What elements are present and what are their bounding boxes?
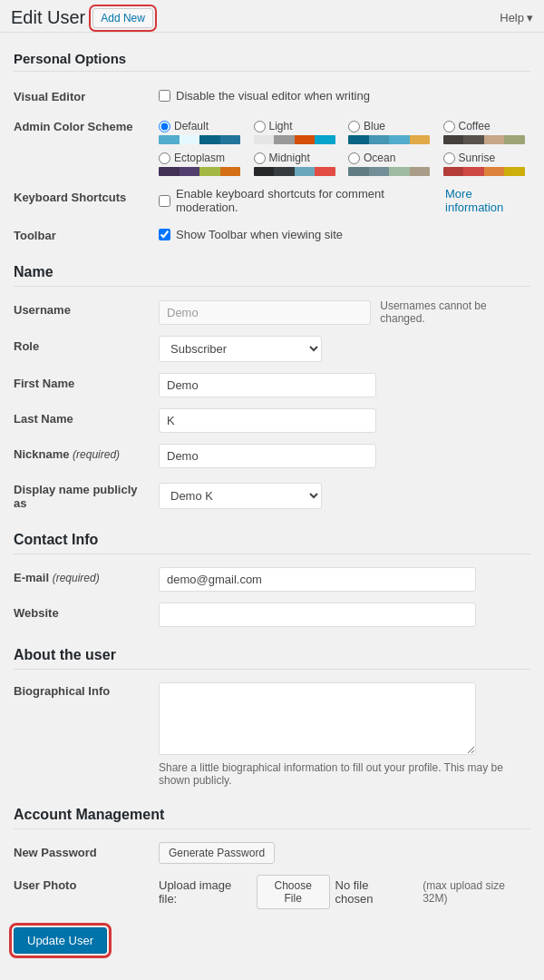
color-scheme-radio-sunrise[interactable] — [443, 152, 455, 164]
username-label: Username — [14, 294, 159, 330]
top-bar-left: Edit User Add New — [11, 7, 153, 28]
website-row: Website — [14, 597, 530, 632]
help-chevron-icon: ▾ — [527, 11, 533, 24]
color-scheme-option-ectoplasm[interactable]: Ectoplasm — [159, 152, 247, 176]
visual-editor-checkbox-label: Disable the visual editor when writing — [176, 89, 370, 103]
toolbar-checkbox-row: Show Toolbar when viewing site — [159, 228, 530, 241]
color-swatch — [159, 167, 180, 176]
keyboard-shortcuts-more-info-link[interactable]: More information — [445, 187, 530, 214]
user-photo-row: User Photo Upload image file: Choose Fil… — [14, 869, 530, 915]
color-swatch — [220, 135, 241, 144]
color-swatch — [348, 135, 369, 144]
color-swatches-ectoplasm — [159, 167, 240, 176]
user-photo-upload-row: Upload image file: Choose File No file c… — [159, 875, 530, 909]
color-swatch — [484, 135, 505, 144]
color-swatch — [463, 167, 484, 176]
color-scheme-radio-blue[interactable] — [348, 121, 360, 132]
color-scheme-label-blue[interactable]: Blue — [348, 120, 385, 132]
color-scheme-radio-ocean[interactable] — [348, 152, 360, 164]
display-name-label: Display name publicly as — [14, 474, 159, 517]
admin-color-scheme-row: Admin Color Scheme Default Light Blue Co… — [14, 111, 530, 181]
upload-label: Upload image file: — [159, 878, 251, 906]
max-upload-label: (max upload size 32M) — [423, 879, 530, 905]
color-scheme-option-blue[interactable]: Blue — [348, 120, 436, 144]
color-scheme-option-sunrise[interactable]: Sunrise — [443, 152, 531, 176]
user-photo-label: User Photo — [14, 869, 159, 915]
color-swatch — [295, 167, 316, 176]
username-field-row: Usernames cannot be changed. — [159, 299, 530, 325]
color-scheme-label-coffee[interactable]: Coffee — [443, 120, 491, 132]
website-input[interactable] — [159, 603, 476, 627]
help-button[interactable]: Help ▾ — [500, 11, 533, 24]
role-label: Role — [14, 330, 159, 368]
nickname-input[interactable] — [159, 444, 376, 468]
color-scheme-option-midnight[interactable]: Midnight — [254, 152, 342, 176]
color-swatch — [504, 135, 525, 144]
color-scheme-radio-midnight[interactable] — [254, 152, 266, 164]
website-label: Website — [14, 597, 159, 632]
top-bar: Edit User Add New Help ▾ — [0, 0, 544, 33]
color-swatch — [369, 167, 390, 176]
color-scheme-option-ocean[interactable]: Ocean — [348, 152, 436, 176]
color-scheme-radio-ectoplasm[interactable] — [159, 152, 170, 164]
generate-password-button[interactable]: Generate Password — [159, 842, 275, 864]
choose-file-button[interactable]: Choose File — [257, 875, 330, 909]
about-user-heading: About the user — [14, 647, 530, 670]
color-swatches-default — [159, 135, 240, 144]
color-scheme-label-midnight[interactable]: Midnight — [254, 152, 310, 164]
bio-textarea[interactable] — [159, 682, 476, 755]
color-swatches-midnight — [254, 167, 335, 176]
color-swatch — [484, 167, 505, 176]
visual-editor-checkbox[interactable] — [159, 90, 170, 102]
add-new-button[interactable]: Add New — [92, 8, 153, 28]
color-swatch — [274, 135, 295, 144]
color-swatch — [159, 135, 180, 144]
contact-info-heading: Contact Info — [14, 532, 530, 554]
update-user-button[interactable]: Update User — [14, 927, 107, 954]
color-scheme-label-default[interactable]: Default — [159, 120, 209, 132]
help-label: Help — [500, 11, 524, 24]
color-scheme-option-default[interactable]: Default — [159, 120, 247, 144]
visual-editor-row: Visual Editor Disable the visual editor … — [14, 81, 530, 111]
color-scheme-option-coffee[interactable]: Coffee — [443, 120, 531, 144]
about-user-table: Biographical Info Share a little biograp… — [14, 677, 530, 792]
color-swatch — [369, 135, 390, 144]
contact-info-table: E-mail (required) Website — [14, 562, 530, 632]
toolbar-checkbox[interactable] — [159, 229, 170, 240]
color-scheme-option-light[interactable]: Light — [254, 120, 342, 144]
email-input[interactable] — [159, 567, 476, 592]
color-swatches-sunrise — [443, 167, 525, 176]
keyboard-shortcuts-label: Keyboard Shortcuts — [14, 181, 159, 220]
color-swatch — [410, 135, 431, 144]
color-scheme-label-sunrise[interactable]: Sunrise — [443, 152, 496, 164]
toolbar-label: Toolbar — [14, 220, 159, 250]
last-name-input[interactable] — [159, 408, 376, 433]
color-swatch — [389, 135, 410, 144]
color-scheme-radio-light[interactable] — [254, 121, 266, 132]
color-swatch — [274, 167, 295, 176]
color-scheme-radio-default[interactable] — [159, 121, 170, 132]
display-name-select[interactable]: Demo KDemoK — [159, 483, 322, 509]
role-select[interactable]: SubscriberContributorAuthorEditorAdminis… — [159, 336, 322, 362]
color-swatch — [199, 135, 220, 144]
color-scheme-radio-coffee[interactable] — [443, 121, 455, 132]
bio-label: Biographical Info — [14, 677, 159, 792]
nickname-label: Nickname — [14, 447, 69, 461]
username-input[interactable] — [159, 300, 371, 325]
username-row: Username Usernames cannot be changed. — [14, 294, 530, 330]
name-section-table: Username Usernames cannot be changed. Ro… — [14, 294, 530, 517]
color-swatch — [199, 167, 220, 176]
color-scheme-label-ectoplasm[interactable]: Ectoplasm — [159, 152, 225, 164]
color-scheme-label-light[interactable]: Light — [254, 120, 293, 132]
username-note: Usernames cannot be changed. — [380, 299, 530, 325]
visual-editor-checkbox-row: Disable the visual editor when writing — [159, 89, 530, 103]
nickname-required: (required) — [73, 448, 120, 461]
first-name-input[interactable] — [159, 373, 376, 397]
color-swatch — [315, 135, 335, 144]
first-name-label: First Name — [14, 368, 159, 403]
keyboard-shortcuts-checkbox[interactable] — [159, 195, 170, 207]
main-content: Personal Options Visual Editor Disable t… — [0, 33, 544, 974]
last-name-label: Last Name — [14, 403, 159, 438]
color-scheme-label-ocean[interactable]: Ocean — [348, 152, 395, 164]
last-name-row: Last Name — [14, 403, 530, 438]
